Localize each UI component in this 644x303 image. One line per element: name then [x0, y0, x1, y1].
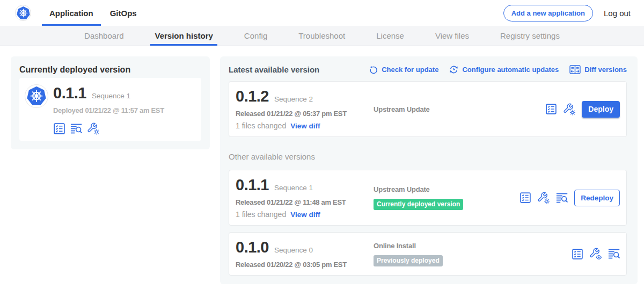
add-application-button[interactable]: Add a new application: [503, 5, 593, 21]
deployed-version-card: 0.1.1 Sequence 1 Deployed 01/21/22 @ 11:…: [19, 78, 201, 141]
subnav-tab-config[interactable]: Config: [240, 26, 272, 46]
edit-config-icon[interactable]: [538, 192, 550, 204]
deploy-logs-icon[interactable]: [608, 248, 620, 260]
version-number: 0.1.0: [236, 239, 269, 255]
version-source: Upstream Update Currently deployed versi…: [374, 185, 513, 210]
diff-icon: [569, 65, 581, 74]
subnav-tab-view-files[interactable]: View files: [431, 26, 473, 46]
kubernetes-icon: [15, 5, 31, 21]
sequence-label: Sequence 0: [274, 246, 313, 254]
source-label: Upstream Update: [374, 105, 539, 113]
currently-deployed-title: Currently deployed version: [19, 65, 201, 75]
released-timestamp: Released 01/21/22 @ 11:48 am EST: [236, 198, 374, 206]
preflight-checks-icon[interactable]: [519, 192, 531, 204]
other-available-versions-title: Other available versions: [229, 152, 627, 161]
version-number: 0.1.2: [236, 88, 269, 104]
released-timestamp: Released 01/21/22 @ 05:37 pm EST: [236, 110, 374, 118]
edit-config-icon[interactable]: [87, 122, 99, 134]
edit-config-icon[interactable]: [564, 103, 575, 115]
version-actions: Check for update Configure automatic upd…: [358, 65, 627, 74]
version-actions-right: [565, 248, 620, 260]
version-source: Online Install Previously deployed: [374, 242, 565, 266]
deploy-button[interactable]: Deploy: [582, 101, 620, 118]
version-info: 0.1.0 Sequence 0 Released 01/20/22 @ 03:…: [236, 239, 374, 269]
preflight-checks-icon[interactable]: [572, 248, 583, 260]
tab-application[interactable]: Application: [42, 0, 101, 26]
top-bar: Application GitOps Add a new application…: [0, 0, 644, 26]
version-source: Upstream Update: [374, 105, 539, 113]
sequence-label: Sequence 2: [274, 95, 313, 103]
version-row-0-1-1: 0.1.1 Sequence 1 Released 01/21/22 @ 11:…: [229, 170, 627, 226]
available-versions-panel: Latest available version Check for updat…: [220, 56, 638, 284]
app-subnav: Dashboard Version history Config Trouble…: [0, 26, 644, 46]
view-diff-link[interactable]: View diff: [290, 211, 320, 219]
version-number: 0.1.1: [236, 177, 269, 193]
version-info: 0.1.2 Sequence 2 Released 01/21/22 @ 05:…: [236, 88, 374, 130]
view-config-icon[interactable]: [590, 248, 602, 260]
top-nav: Application GitOps: [42, 0, 146, 26]
refresh-icon: [369, 66, 378, 74]
auto-update-icon: [449, 65, 458, 74]
diff-versions-link[interactable]: Diff versions: [569, 65, 627, 74]
app-kubernetes-icon: [25, 84, 48, 108]
subnav-tab-license[interactable]: License: [372, 26, 408, 46]
files-changed-label: 1 files changed: [236, 121, 286, 130]
deploy-logs-icon[interactable]: [70, 122, 82, 134]
latest-available-title: Latest available version: [229, 65, 319, 74]
diff-versions-label: Diff versions: [584, 66, 627, 74]
configure-automatic-updates-label: Configure automatic updates: [462, 66, 559, 74]
version-actions-right: Deploy: [539, 101, 620, 118]
tab-gitops-label: GitOps: [110, 9, 137, 18]
deployed-version-number: 0.1.1: [53, 85, 86, 101]
previously-deployed-badge: Previously deployed: [374, 255, 443, 266]
preflight-checks-icon[interactable]: [545, 103, 557, 115]
tab-application-label: Application: [49, 9, 93, 18]
preflight-checks-icon[interactable]: [53, 122, 65, 134]
currently-deployed-panel: Currently deployed version 0.1.1 Sequenc…: [11, 56, 210, 149]
view-diff-link[interactable]: View diff: [290, 122, 320, 130]
version-info: 0.1.1 Sequence 1 Released 01/21/22 @ 11:…: [236, 177, 374, 219]
released-timestamp: Released 01/20/22 @ 03:05 pm EST: [236, 261, 374, 269]
source-label: Upstream Update: [374, 185, 513, 193]
subnav-tab-registry-settings[interactable]: Registry settings: [496, 26, 564, 46]
main-content: Currently deployed version 0.1.1 Sequenc…: [0, 46, 644, 284]
deployed-sequence-label: Sequence 1: [92, 92, 130, 100]
redeploy-button[interactable]: Redeploy: [574, 190, 620, 206]
logout-link[interactable]: Log out: [604, 9, 631, 18]
deployed-actions: [53, 122, 164, 134]
topbar-right: Add a new application Log out: [503, 0, 631, 26]
source-label: Online Install: [374, 242, 565, 250]
configure-automatic-updates-link[interactable]: Configure automatic updates: [449, 65, 559, 74]
currently-deployed-badge: Currently deployed version: [374, 199, 463, 210]
sequence-label: Sequence 1: [274, 184, 313, 192]
tab-gitops[interactable]: GitOps: [103, 0, 144, 26]
check-for-update-label: Check for update: [382, 66, 438, 74]
deployed-timestamp: Deployed 01/21/22 @ 11:57 am EST: [53, 106, 164, 114]
version-actions-right: Redeploy: [513, 190, 620, 206]
deploy-logs-icon[interactable]: [556, 192, 568, 204]
version-row-0-1-0: 0.1.0 Sequence 0 Released 01/20/22 @ 03:…: [229, 232, 627, 276]
subnav-tab-troubleshoot[interactable]: Troubleshoot: [294, 26, 349, 46]
subnav-tab-dashboard[interactable]: Dashboard: [80, 26, 128, 46]
subnav-tab-version-history[interactable]: Version history: [150, 26, 217, 46]
files-changed-label: 1 files changed: [236, 210, 286, 219]
available-versions-header: Latest available version Check for updat…: [229, 65, 627, 74]
version-row-0-1-2: 0.1.2 Sequence 2 Released 01/21/22 @ 05:…: [229, 81, 627, 137]
deployed-info: 0.1.1 Sequence 1 Deployed 01/21/22 @ 11:…: [53, 84, 164, 134]
check-for-update-link[interactable]: Check for update: [369, 66, 438, 74]
